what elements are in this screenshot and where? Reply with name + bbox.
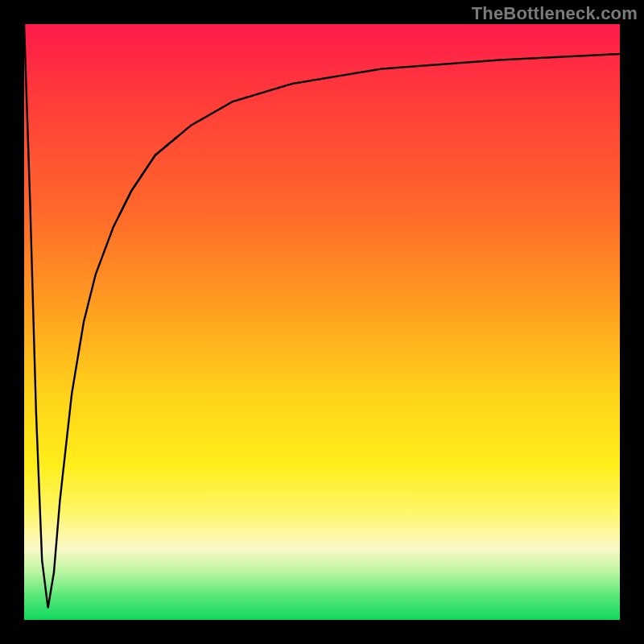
chart-frame: TheBottleneck.com xyxy=(0,0,644,644)
attribution-label: TheBottleneck.com xyxy=(472,3,638,24)
bottleneck-curve xyxy=(24,24,620,608)
curve-highlight xyxy=(119,135,179,215)
curve-svg xyxy=(24,24,620,620)
plot-area xyxy=(24,24,620,620)
